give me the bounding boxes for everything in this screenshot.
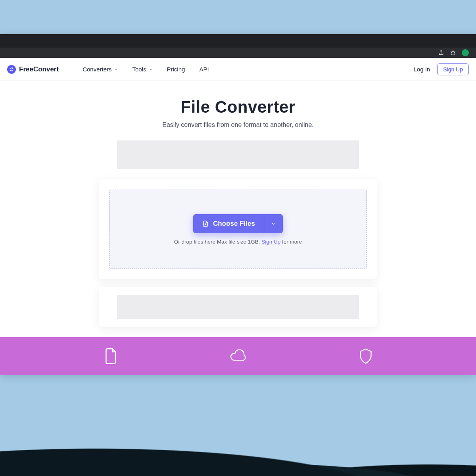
nav-item-label: Tools <box>132 66 146 73</box>
choose-files-label: Choose Files <box>213 220 255 228</box>
page-subtitle: Easily convert files from one format to … <box>0 121 476 129</box>
browser-tabstrip[interactable] <box>0 34 476 48</box>
login-link[interactable]: Log In <box>413 66 430 73</box>
share-icon[interactable] <box>438 50 444 56</box>
nav-converters[interactable]: Converters <box>83 66 118 73</box>
ad-placeholder-bottom <box>117 295 359 319</box>
page-content: FreeConvert Converters Tools Pricing <box>0 58 476 375</box>
upload-card: Choose Files Or drop files here Max file… <box>99 179 377 279</box>
nav-item-label: Pricing <box>167 66 185 73</box>
drop-hint-post: for more <box>280 239 302 245</box>
features-band <box>0 337 476 375</box>
star-icon[interactable] <box>450 50 456 56</box>
brand-name: FreeConvert <box>19 65 59 73</box>
nav-center: Converters Tools Pricing API <box>83 66 209 73</box>
nav-item-label: Converters <box>83 66 111 73</box>
file-icon <box>103 347 119 365</box>
drop-zone[interactable]: Choose Files Or drop files here Max file… <box>109 190 367 269</box>
nav-tools[interactable]: Tools <box>132 66 153 73</box>
browser-window: FreeConvert Converters Tools Pricing <box>0 34 476 375</box>
chevron-down-icon <box>114 67 118 71</box>
hero: File Converter Easily convert files from… <box>0 98 476 129</box>
brand[interactable]: FreeConvert <box>7 65 59 74</box>
choose-files-button[interactable]: Choose Files <box>193 214 264 233</box>
signup-button[interactable]: Sign Up <box>437 63 469 75</box>
nav-right: Log In Sign Up <box>413 63 469 75</box>
brand-logo-icon <box>7 65 16 74</box>
ad-placeholder-top <box>117 140 359 169</box>
nav-item-label: API <box>199 66 209 73</box>
site-header: FreeConvert Converters Tools Pricing <box>0 58 476 81</box>
page-title: File Converter <box>0 98 476 117</box>
chevron-down-icon <box>149 67 153 71</box>
chevron-down-icon <box>271 221 276 226</box>
drop-hint: Or drop files here Max file size 1GB. Si… <box>174 239 302 245</box>
nav-pricing[interactable]: Pricing <box>167 66 185 73</box>
cloud-icon <box>230 349 248 363</box>
browser-address-bar[interactable] <box>0 48 476 58</box>
file-add-icon <box>202 220 209 227</box>
choose-files-more-button[interactable] <box>264 214 283 233</box>
drop-hint-pre: Or drop files here Max file size 1GB. <box>174 239 262 245</box>
choose-files: Choose Files <box>193 214 283 233</box>
nav-api[interactable]: API <box>199 66 209 73</box>
secondary-card <box>99 287 377 327</box>
desktop-wallpaper-hills <box>0 373 476 476</box>
extension-badge-icon[interactable] <box>462 49 469 56</box>
drop-hint-signup-link[interactable]: Sign Up <box>261 239 280 245</box>
shield-icon <box>359 348 373 365</box>
